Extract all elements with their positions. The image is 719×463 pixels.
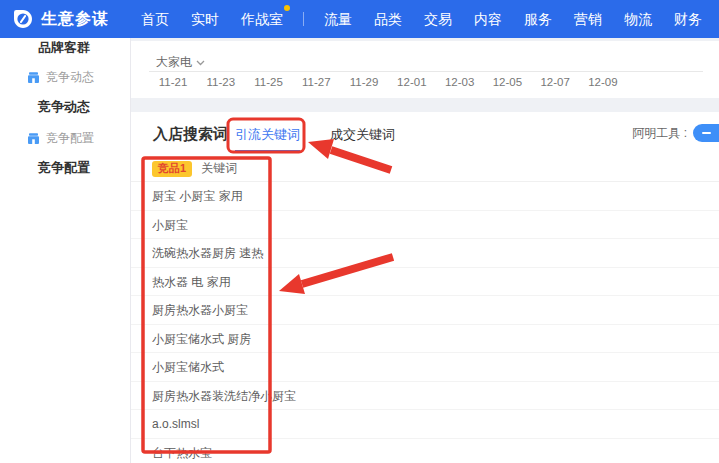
tools-toggle[interactable] [693,124,719,142]
nav-item-category[interactable]: 品类 [363,0,413,38]
keyword-row: 热水器 电 家用 [131,268,719,297]
nav-item-traffic[interactable]: 流量 [313,0,363,38]
nav-item-label: 作战室 [241,11,283,27]
brand[interactable]: 生意参谋 [0,9,118,30]
sidebar-item-competition-config[interactable]: 竞争配置 [0,128,124,148]
axis-tick: 11-25 [251,76,287,88]
category-label: 大家电 [156,54,192,71]
chart-card: 大家电 11-21 11-23 11-25 11-27 11-29 12-01 … [131,41,719,98]
keyword-row: 台下热水宝 [131,439,719,463]
sidebar-item-label: 竞争配置 [46,128,94,148]
sidebar-item-competition-trends[interactable]: 竞争动态 [0,67,124,87]
nav-item-home[interactable]: 首页 [130,0,180,38]
notification-dot [284,5,290,11]
nav-item-realtime[interactable]: 实时 [180,0,230,38]
axis-tick: 12-01 [394,76,430,88]
keyword-row: 厨宝 小厨宝 家用 [131,182,719,211]
sidebar-item-label: 竞争动态 [46,67,94,87]
keyword-row: 洗碗热水器厨房 速热 [131,239,719,268]
nav-item-marketing[interactable]: 营销 [563,0,613,38]
axis-tick: 11-21 [155,76,191,88]
keyword-row: 厨房热水器小厨宝 [131,296,719,325]
x-axis-ticks: 11-21 11-23 11-25 11-27 11-29 12-01 12-0… [155,76,621,88]
axis-tick: 12-05 [489,76,525,88]
tab-traffic-keywords[interactable]: 引流关键词 [235,126,300,144]
column-header: 关键词 [201,160,237,177]
search-words-card: 入店搜索词 引流关键词 成交关键词 阿明工具 : 竞品1 关键词 厨宝 小厨宝 … [131,112,719,463]
category-dropdown[interactable]: 大家电 [156,54,205,71]
sidebar-item-competition-trends-group[interactable]: 竞争动态 [0,97,124,117]
sidebar-item-brand-audience[interactable]: 品牌客群 [0,38,124,58]
tab-transaction-keywords[interactable]: 成交关键词 [330,126,395,144]
section-header: 入店搜索词 引流关键词 成交关键词 阿明工具 : [131,112,719,156]
keyword-table: 竞品1 关键词 厨宝 小厨宝 家用 小厨宝 洗碗热水器厨房 速热 热水器 电 家… [131,156,719,463]
axis-tick: 12-03 [442,76,478,88]
axis-tick: 11-23 [203,76,239,88]
sidebar-item-competition-config-group[interactable]: 竞争配置 [0,158,124,178]
x-axis-line [149,71,703,72]
nav-item-content[interactable]: 内容 [463,0,513,38]
axis-tick: 12-07 [537,76,573,88]
page-title: 入店搜索词 [153,125,228,144]
nav-item-warroom[interactable]: 作战室 [230,0,294,38]
nav-item-trade[interactable]: 交易 [413,0,463,38]
tools-label: 阿明工具 : [632,125,687,142]
tools-area: 阿明工具 : [632,124,719,142]
building-icon [27,71,40,84]
keyword-tabs: 引流关键词 成交关键词 [235,126,395,144]
nav-item-finance[interactable]: 财务 [663,0,713,38]
main-content: 大家电 11-21 11-23 11-25 11-27 11-29 12-01 … [131,38,719,463]
nav-menu: 首页 实时 作战室 流量 品类 交易 内容 服务 营销 物流 财务 市场 竞争 [130,0,719,38]
toggle-dash-icon [702,132,711,134]
app-window: 生意参谋 首页 实时 作战室 流量 品类 交易 内容 服务 营销 物流 财务 市… [0,0,719,463]
top-nav: 生意参谋 首页 实时 作战室 流量 品类 交易 内容 服务 营销 物流 财务 市… [0,0,719,38]
nav-item-service[interactable]: 服务 [513,0,563,38]
axis-tick: 12-09 [585,76,621,88]
keyword-row: a.o.slmsl [131,410,719,439]
keyword-row: 小厨宝 [131,211,719,240]
keyword-row: 小厨宝储水式 [131,353,719,382]
competitor-badge: 竞品1 [152,161,192,177]
table-header: 竞品1 关键词 [131,156,719,182]
axis-tick: 11-27 [298,76,334,88]
sidebar: 品牌客群 竞争动态 竞争动态 竞争配置 竞争配置 [0,38,131,463]
brand-name: 生意参谋 [41,9,109,30]
building-icon [27,132,40,145]
nav-item-logistics[interactable]: 物流 [613,0,663,38]
keyword-row: 厨房热水器装洗结净小厨宝 [131,382,719,411]
chevron-down-icon [196,60,205,66]
nav-divider [303,12,304,26]
keyword-row: 小厨宝储水式 厨房 [131,325,719,354]
axis-tick: 11-29 [346,76,382,88]
pen-compass-logo-icon [13,9,33,29]
